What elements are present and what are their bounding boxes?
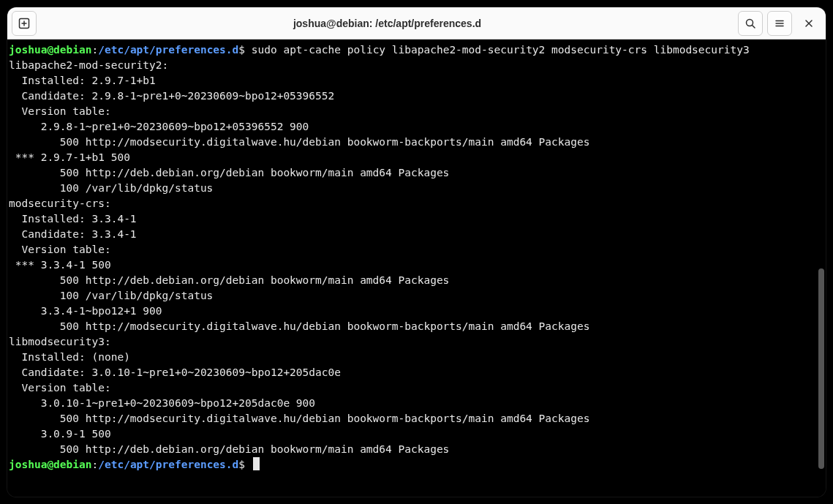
prompt-path: /etc/apt/preferences.d	[98, 459, 238, 470]
titlebar: joshua@debian: /etc/apt/preferences.d	[7, 7, 826, 40]
svg-line-4	[753, 25, 755, 28]
output-line: 100 /var/lib/dpkg/status	[9, 288, 824, 304]
output-line: 3.0.10-1~pre1+0~20230609~bpo12+205dac0e …	[9, 396, 824, 411]
hamburger-icon	[774, 18, 785, 29]
output-line: 500 http://deb.debian.org/debian bookwor…	[9, 273, 824, 288]
prompt-user: joshua@debian	[9, 459, 92, 470]
output-line: Version table:	[9, 242, 824, 257]
output-line: 500 http://modsecurity.digitalwave.hu/de…	[9, 135, 824, 150]
prompt-symbol: $	[238, 44, 245, 56]
new-tab-button[interactable]	[12, 11, 37, 36]
output-line: *** 3.3.4-1 500	[9, 257, 824, 273]
terminal-body[interactable]: joshua@debian:/etc/apt/preferences.d$ su…	[7, 40, 826, 497]
prompt-line-2: joshua@debian:/etc/apt/preferences.d$	[9, 457, 824, 473]
cursor	[253, 457, 260, 470]
terminal-content: joshua@debian:/etc/apt/preferences.d$ su…	[9, 42, 824, 473]
terminal-window: joshua@debian: /etc/apt/preferences.d	[7, 7, 826, 497]
output-line: 2.9.8-1~pre1+0~20230609~bpo12+05396552 9…	[9, 119, 824, 135]
search-button[interactable]	[738, 11, 763, 36]
output-line: 3.3.4-1~bpo12+1 900	[9, 304, 824, 319]
prompt-colon: :	[92, 44, 99, 56]
output-line: libapache2-mod-security2:	[9, 58, 824, 73]
output-line: modsecurity-crs:	[9, 196, 824, 211]
output-line: libmodsecurity3:	[9, 334, 824, 350]
close-icon	[803, 18, 815, 29]
output-line: 100 /var/lib/dpkg/status	[9, 181, 824, 196]
output-line: Installed: 3.3.4-1	[9, 211, 824, 227]
output-line: 3.0.9-1 500	[9, 426, 824, 442]
output-line: Candidate: 2.9.8-1~pre1+0~20230609~bpo12…	[9, 89, 824, 104]
prompt-line: joshua@debian:/etc/apt/preferences.d$ su…	[9, 42, 824, 58]
output-line: Installed: (none)	[9, 350, 824, 365]
plus-tab-icon	[18, 18, 30, 29]
output-line: *** 2.9.7-1+b1 500	[9, 150, 824, 165]
titlebar-right	[738, 11, 821, 36]
command-text: sudo apt-cache policy libapache2-mod-sec…	[245, 44, 750, 56]
output-line: Candidate: 3.3.4-1	[9, 227, 824, 242]
output-line: 500 http://modsecurity.digitalwave.hu/de…	[9, 319, 824, 334]
scrollbar-thumb[interactable]	[818, 268, 824, 469]
prompt-user: joshua@debian	[9, 44, 92, 56]
terminal-scrollbar[interactable]	[818, 45, 824, 491]
menu-button[interactable]	[767, 11, 792, 36]
close-button[interactable]	[796, 11, 821, 36]
output-line: Installed: 2.9.7-1+b1	[9, 73, 824, 89]
output-line: Version table:	[9, 104, 824, 119]
search-icon	[745, 18, 756, 29]
output-line: 500 http://deb.debian.org/debian bookwor…	[9, 442, 824, 457]
output-line: Candidate: 3.0.10-1~pre1+0~20230609~bpo1…	[9, 365, 824, 380]
output-line: Version table:	[9, 380, 824, 396]
prompt-path: /etc/apt/preferences.d	[98, 44, 238, 56]
output-line: 500 http://modsecurity.digitalwave.hu/de…	[9, 411, 824, 426]
window-title: joshua@debian: /etc/apt/preferences.d	[41, 18, 734, 29]
prompt-symbol: $	[238, 459, 245, 470]
output-line: 500 http://deb.debian.org/debian bookwor…	[9, 165, 824, 181]
prompt-colon: :	[92, 459, 99, 470]
